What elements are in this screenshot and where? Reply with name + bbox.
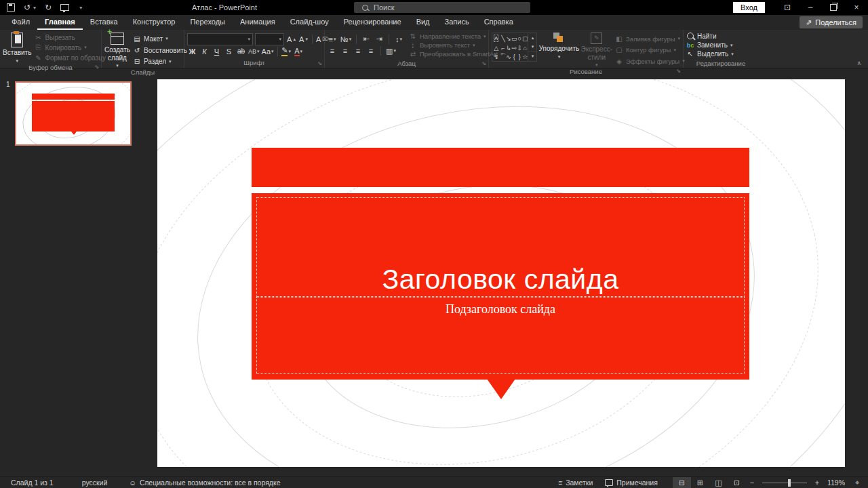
shape-scribble-icon[interactable]: ↯ (492, 52, 500, 61)
tab-view[interactable]: Вид (409, 15, 437, 30)
shape-oval-icon[interactable]: ○ (517, 33, 522, 43)
bold-button[interactable]: Ж (187, 46, 197, 56)
slideshow-view-button[interactable]: ⊡ (728, 477, 746, 488)
shape-rectangle-icon[interactable]: ▭ (511, 33, 517, 43)
redo-icon[interactable]: ↻ (45, 3, 52, 12)
copy-button[interactable]: ⎘ Копировать ▾ (34, 43, 106, 52)
save-icon[interactable] (7, 3, 15, 12)
cut-button[interactable]: ✂ Вырезать (34, 33, 106, 42)
shape-rounded-rect-icon[interactable]: ▢ (522, 33, 528, 43)
share-button[interactable]: ⇗ Поделиться (800, 16, 863, 28)
gallery-scroll-down-icon[interactable]: ▾ (528, 42, 536, 51)
align-center-button[interactable]: ≡ (340, 46, 350, 56)
shrink-font-button[interactable]: А▾ (298, 34, 309, 44)
numbering-button[interactable]: №▾ (340, 35, 351, 44)
shape-effects-button[interactable]: ◈ Эффекты фигуры ▾ (615, 57, 685, 66)
subtitle-placeholder[interactable]: Подзаголовок слайда (256, 297, 745, 374)
shape-triangle-icon[interactable]: △ (492, 43, 500, 52)
underline-button[interactable]: Ч (212, 46, 222, 56)
character-spacing-button[interactable]: АВ▾ (248, 46, 260, 56)
paste-button[interactable]: Вставить ▾ (3, 32, 31, 64)
shape-star-icon[interactable]: ☆ (522, 52, 528, 61)
bullets-button[interactable]: ≡▾ (328, 35, 337, 44)
shape-textbox-icon[interactable]: А (494, 35, 498, 42)
tab-record[interactable]: Запись (437, 15, 477, 30)
shapes-gallery[interactable]: А ╲ ↘ ▭ ○ ▢ △ ⌐ ↳ ⇨ ⇩ ⌂ ↯ ⌒ ∿ (492, 33, 537, 62)
notes-button[interactable]: ≡ Заметки (558, 479, 593, 487)
find-button[interactable]: Найти (686, 32, 734, 41)
accessibility-status[interactable]: ☺ Специальные возможности: все в порядке (129, 479, 280, 487)
font-name-combo[interactable]: ▾ (187, 33, 253, 45)
tab-help[interactable]: Справка (477, 15, 521, 30)
tab-home[interactable]: Главная (37, 15, 83, 30)
justify-button[interactable]: ≡ (366, 46, 376, 56)
undo-icon[interactable]: ↺ (24, 3, 31, 12)
line-spacing-button[interactable]: ↕▾ (394, 35, 403, 44)
title-placeholder[interactable]: Заголовок слайда (256, 197, 745, 297)
undo-dropdown-icon[interactable]: ▾ (33, 5, 36, 11)
zoom-slider-thumb[interactable] (788, 479, 791, 487)
layout-button[interactable]: ▤ Макет ▾ (133, 35, 187, 43)
text-shadow-button[interactable]: S (224, 46, 234, 56)
select-button[interactable]: ↖ Выделить ▾ (686, 49, 734, 58)
shape-elbow-icon[interactable]: ⌐ (500, 43, 506, 52)
shape-down-arrow-icon[interactable]: ⇩ (517, 43, 522, 52)
tab-file[interactable]: Файл (4, 15, 37, 30)
shape-curve-icon[interactable]: ∿ (506, 52, 511, 61)
shape-outline-button[interactable]: ▢ Контур фигуры ▾ (615, 45, 685, 54)
comments-button[interactable]: Примечания (605, 479, 658, 487)
italic-button[interactable]: К (199, 46, 210, 56)
shape-elbow-arrow-icon[interactable]: ↳ (506, 43, 511, 52)
language-indicator[interactable]: русский (82, 479, 108, 487)
quick-styles-button[interactable]: ✎ Экспресс-стили ▾ (580, 32, 612, 68)
strikethrough-button[interactable]: ab (236, 46, 246, 56)
text-highlight-button[interactable]: ✎▾ (281, 46, 292, 56)
restore-button[interactable] (822, 0, 845, 15)
zoom-out-button[interactable]: − (746, 477, 758, 488)
normal-view-button[interactable]: ⊟ (673, 477, 691, 488)
align-right-button[interactable]: ≡ (353, 46, 363, 56)
tab-insert[interactable]: Вставка (83, 15, 125, 30)
columns-button[interactable]: ▥▾ (386, 46, 396, 56)
increase-indent-button[interactable]: ⇥ (374, 35, 384, 44)
zoom-in-button[interactable]: + (811, 477, 823, 488)
font-color-button[interactable]: А▾ (294, 46, 304, 56)
customize-qat-icon[interactable]: ▾ (79, 5, 82, 11)
reading-view-button[interactable]: ◫ (709, 477, 728, 488)
format-painter-button[interactable]: ✎ Формат по образцу (34, 54, 106, 62)
tab-design[interactable]: Конструктор (125, 15, 183, 30)
signin-button[interactable]: Вход (733, 2, 765, 13)
slide[interactable]: Заголовок слайда Подзаголовок слайда (157, 79, 845, 467)
shape-left-brace-icon[interactable]: { (511, 52, 517, 61)
section-button[interactable]: ⊟ Раздел ▾ (133, 57, 187, 66)
search-input[interactable]: Поиск (354, 2, 530, 13)
align-left-button[interactable]: ≡ (328, 46, 337, 56)
change-case-button[interactable]: Аа▾ (262, 46, 274, 56)
arrange-button[interactable]: Упорядочить ▾ (540, 32, 578, 68)
gallery-more-icon[interactable]: ▾ (528, 52, 536, 61)
slide-counter[interactable]: Слайд 1 из 1 (11, 479, 54, 487)
replace-button[interactable]: bc Заменить ▾ (686, 41, 734, 49)
shape-arc-icon[interactable]: ⌒ (500, 52, 506, 61)
start-slideshow-icon[interactable] (60, 4, 69, 11)
new-slide-button[interactable]: Создать слайд ▾ (104, 32, 130, 68)
shape-line-icon[interactable]: ╲ (500, 33, 506, 43)
shape-right-brace-icon[interactable]: } (517, 52, 522, 61)
collapse-ribbon-icon[interactable]: ∧ (856, 60, 861, 66)
shape-pentagon-icon[interactable]: ⌂ (522, 43, 528, 52)
slide-sorter-view-button[interactable]: ⊞ (691, 477, 709, 488)
close-button[interactable]: × (845, 0, 868, 15)
shape-arrow-icon[interactable]: ↘ (506, 33, 511, 43)
fit-slide-button[interactable]: ⌖ (850, 477, 864, 488)
grow-font-button[interactable]: А▴ (286, 34, 296, 44)
gallery-scroll-up-icon[interactable]: ▴ (528, 33, 536, 42)
shape-right-arrow-icon[interactable]: ⇨ (511, 43, 517, 52)
minimize-button[interactable]: – (799, 0, 822, 15)
slide-thumbnail[interactable] (15, 81, 132, 146)
paragraph-dialog-launcher-icon[interactable]: ⇘ (481, 61, 486, 66)
font-size-combo[interactable]: ▾ (255, 33, 284, 45)
zoom-level[interactable]: 119% (827, 479, 845, 487)
ribbon-display-options-icon[interactable]: ⊡ (776, 0, 799, 15)
shape-fill-button[interactable]: ◧ Заливка фигуры ▾ (615, 35, 685, 43)
tab-animations[interactable]: Анимация (233, 15, 283, 30)
